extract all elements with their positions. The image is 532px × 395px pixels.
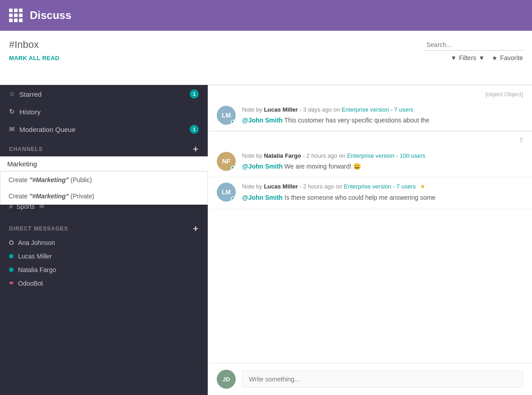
mention: @John Smith xyxy=(242,163,283,170)
message-text: @John Smith We are moving forward! 😀 xyxy=(242,162,523,171)
message-body: Note by Lucas Miller - 2 hours ago on En… xyxy=(242,183,523,202)
add-channel-button[interactable]: + xyxy=(193,145,199,154)
search-input[interactable] xyxy=(424,39,523,51)
star-icon: ★ xyxy=(492,54,498,61)
mail-icon: ✉ xyxy=(9,125,15,133)
top-header: Discuss xyxy=(0,0,532,31)
sub-header: #Inbox MARK ALL READ ▼ Filters ▼ ★ Favor… xyxy=(0,31,532,85)
message-body: Note by Lucas Miller - 3 days ago on Ent… xyxy=(242,106,523,125)
avatar: NF xyxy=(217,152,236,171)
dm-item-odoobot[interactable]: ❤ OdooBot xyxy=(0,277,208,290)
dm-header-label: DIRECT MESSAGES xyxy=(9,226,68,232)
sidebar: ☆ Starred 1 ↻ History ✉ Moderation Queue… xyxy=(0,85,208,395)
dm-name: Lucas Miller xyxy=(18,253,52,260)
message-meta: Note by Lucas Miller - 2 hours ago on En… xyxy=(242,183,523,191)
sidebar-item-moderation[interactable]: ✉ Moderation Queue 1 xyxy=(0,120,208,138)
message-body: Note by Natalia Fargo - 2 hours ago on E… xyxy=(242,152,523,171)
dm-name: OdooBot xyxy=(18,280,43,287)
message-link[interactable]: Enterprise version - 7 users xyxy=(344,183,415,190)
channels-section-header: CHANNELS + xyxy=(0,138,208,156)
avatar-status-online xyxy=(231,197,235,201)
sidebar-starred-label: Starred xyxy=(19,90,185,98)
create-private-channel-item[interactable]: Create "#Marketing" (Private) xyxy=(0,188,207,204)
channel-search-container: Create "#Marketing" (Public) Create "#Ma… xyxy=(0,156,208,171)
message-link[interactable]: Enterprise version - 100 users xyxy=(347,152,425,159)
sidebar-history-label: History xyxy=(19,108,199,116)
mention: @John Smith xyxy=(242,194,283,201)
message-author: Lucas Miller xyxy=(264,106,298,113)
main-area: ☆ Starred 1 ↻ History ✉ Moderation Queue… xyxy=(0,85,532,395)
message-author: Natalia Fargo xyxy=(264,152,301,159)
avatar: LM xyxy=(217,106,236,125)
message-author: Lucas Miller xyxy=(264,183,298,190)
avatar-status-online xyxy=(231,166,235,170)
message-item: NF Note by Natalia Fargo - 2 hours ago o… xyxy=(208,146,532,177)
heart-icon: ❤ xyxy=(9,280,14,287)
compose-avatar: JD xyxy=(217,370,236,389)
sidebar-item-history[interactable]: ↻ History xyxy=(0,103,208,120)
channel-search-input[interactable] xyxy=(0,156,208,171)
message-item: LM Note by Lucas Miller - 3 days ago on … xyxy=(208,100,532,131)
filter-icon: ▼ xyxy=(451,54,457,61)
filters-button[interactable]: ▼ Filters ▼ xyxy=(451,54,485,61)
date-separator-april: [object Object] xyxy=(208,85,532,100)
mention: @John Smith xyxy=(242,117,283,124)
moderation-badge: 1 xyxy=(190,125,199,134)
channels-header-label: CHANNELS xyxy=(9,146,43,152)
online-status-dot xyxy=(9,268,14,272)
sidebar-item-starred[interactable]: ☆ Starred 1 xyxy=(0,85,208,103)
dm-name: Ana Johnson xyxy=(18,239,55,246)
dm-item-lucas[interactable]: Lucas Miller xyxy=(0,249,208,263)
sidebar-moderation-label: Moderation Queue xyxy=(19,126,185,133)
history-icon: ↻ xyxy=(9,108,15,116)
chat-area: [object Object] LM Note by Lucas Miller … xyxy=(208,85,532,395)
starred-icon: ★ xyxy=(420,183,425,190)
offline-status-dot xyxy=(9,240,14,245)
grid-icon[interactable] xyxy=(9,9,23,22)
message-text: @John Smith This customer has very speci… xyxy=(242,116,523,125)
filters-chevron-icon: ▼ xyxy=(479,54,485,61)
add-dm-button[interactable]: + xyxy=(193,224,199,233)
channel-dropdown: Create "#Marketing" (Public) Create "#Ma… xyxy=(0,171,208,205)
create-public-channel-item[interactable]: Create "#Marketing" (Public) xyxy=(0,172,207,188)
date-separator-t: T xyxy=(208,131,532,146)
online-status-dot xyxy=(9,254,14,259)
message-text: @John Smith Is there someone who could h… xyxy=(242,193,523,202)
compose-area: JD xyxy=(208,363,532,395)
avatar: LM xyxy=(217,183,236,202)
message-meta: Note by Natalia Fargo - 2 hours ago on E… xyxy=(242,152,523,160)
dm-item-natalia[interactable]: Natalia Fargo xyxy=(0,263,208,277)
message-item: LM Note by Lucas Miller - 2 hours ago on… xyxy=(208,177,532,208)
dm-name: Natalia Fargo xyxy=(18,266,56,273)
chat-messages: [object Object] LM Note by Lucas Miller … xyxy=(208,85,532,363)
dm-item-ana[interactable]: Ana Johnson xyxy=(0,236,208,249)
inbox-title: #Inbox xyxy=(9,39,424,51)
dm-section-header: DIRECT MESSAGES + xyxy=(0,218,208,236)
compose-input[interactable] xyxy=(242,371,523,388)
mark-all-read-button[interactable]: MARK ALL READ xyxy=(9,55,451,61)
message-meta: Note by Lucas Miller - 3 days ago on Ent… xyxy=(242,106,523,114)
star-icon: ☆ xyxy=(9,90,15,98)
starred-badge: 1 xyxy=(190,89,199,99)
favorite-button[interactable]: ★ Favorite xyxy=(492,54,523,61)
message-link[interactable]: Enterprise version - 7 users xyxy=(341,106,413,113)
avatar-status-online xyxy=(231,120,235,124)
app-title: Discuss xyxy=(30,9,71,22)
